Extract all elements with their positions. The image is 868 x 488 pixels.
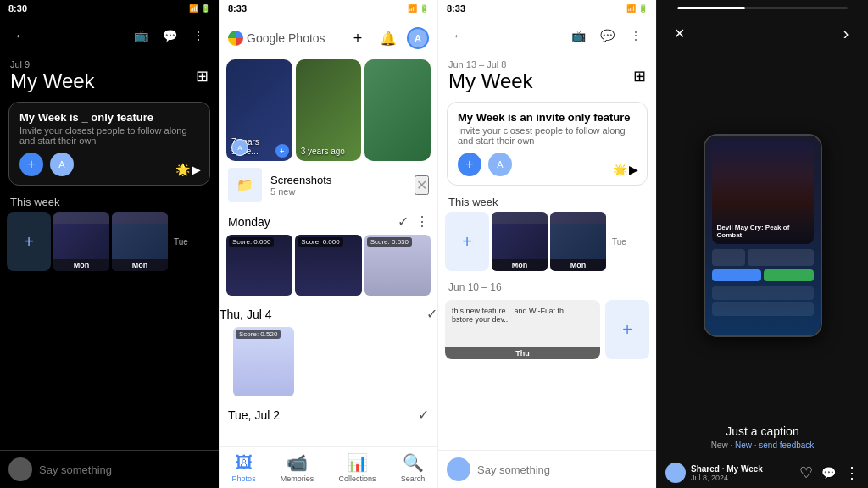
nav-collections[interactable]: 📊 Collections — [339, 452, 376, 483]
user-avatar-gp[interactable]: A — [407, 27, 429, 49]
add-people-button-1[interactable]: + — [19, 152, 43, 176]
cast-button-1[interactable]: 📺 — [129, 24, 153, 47]
feature-block: this new feature... and Wi-Fi at th... b… — [438, 300, 656, 359]
memory-plus-1[interactable]: + — [275, 144, 289, 158]
gp-logo: Google Photos — [228, 30, 326, 46]
add-feature-button[interactable]: + — [605, 300, 649, 359]
photo-thumb-1a[interactable]: Mon — [53, 212, 109, 271]
wifi-icon-1: 📶 — [189, 4, 198, 13]
day-label-tue-3: Tue — [609, 237, 630, 247]
shared-bar: Shared · My Week Jul 8, 2024 ♡ 💬 ⋮ — [657, 457, 868, 488]
thursday-section-header: Thu, Jul 4 ✓ — [220, 301, 437, 327]
bell-button-gp[interactable]: 🔔 — [376, 26, 400, 50]
nav-photos[interactable]: 🖼 Photos — [232, 453, 256, 483]
panel-dark-overlay: ✕ › Devil May Cry: Peak of Combat — [656, 0, 868, 488]
photo-label-3a: Mon — [492, 259, 548, 271]
week-range-2: Jun 10 – 16 — [438, 278, 656, 297]
feature-card[interactable]: this new feature... and Wi-Fi at th... b… — [445, 300, 600, 359]
phone-screen: Devil May Cry: Peak of Combat — [705, 136, 821, 336]
add-people-button-3[interactable]: + — [458, 152, 481, 176]
notif-close-button[interactable]: ✕ — [415, 175, 429, 195]
more-icon-overlay[interactable]: ⋮ — [844, 463, 860, 482]
invite-title-1: My Week is _ only feature — [19, 111, 199, 124]
memories-banner: 7 years since... A + 3 years ago — [220, 59, 437, 161]
score-grid: Score: 0.000 Score: 0.000 Score: 0.530 — [220, 235, 437, 296]
chat-button-1[interactable]: 💬 — [158, 24, 181, 47]
photo-thumb-3a[interactable]: Mon — [492, 212, 548, 271]
chat-input-3[interactable]: Say something — [477, 463, 648, 476]
nav-search[interactable]: 🔍 Search — [401, 452, 426, 483]
gp-logo-icon — [228, 30, 243, 46]
heart-icon[interactable]: ♡ — [799, 463, 813, 482]
phone-btn-row — [712, 269, 814, 281]
memory-card-3[interactable] — [364, 59, 431, 161]
add-button-gp[interactable]: + — [346, 26, 370, 50]
chat-button-3[interactable]: 💬 — [595, 24, 619, 47]
gp-logo-text: Google Photos — [247, 31, 326, 45]
nav-memories[interactable]: 📹 Memories — [281, 452, 314, 483]
comment-icon[interactable]: 💬 — [821, 466, 836, 480]
panel-myweek-light: 8:33 📶 🔋 ← 📺 💬 ⋮ Jun 13 – Jul 8 My Week … — [437, 0, 656, 488]
monday-actions: ✓ ⋮ — [398, 214, 429, 230]
phone-frame: Devil May Cry: Peak of Combat — [704, 134, 822, 337]
back-button-1[interactable]: ← — [8, 24, 32, 47]
invite-avatar-1: A — [50, 152, 74, 176]
battery-icon-2: 🔋 — [420, 4, 429, 13]
progress-fill — [677, 7, 745, 9]
thursday-photo[interactable]: Score: 0.520 — [226, 327, 437, 396]
score-card-3[interactable]: Score: 0.530 — [364, 235, 431, 296]
shared-label: Shared · My Week — [691, 464, 794, 474]
status-bar-1: 8:30 📶 🔋 — [0, 0, 219, 17]
game-title: Devil May Cry: Peak of Combat — [717, 224, 809, 239]
invite-card-1: My Week is _ only feature Invite your cl… — [8, 102, 210, 186]
progress-area — [657, 0, 868, 13]
shared-avatar — [665, 463, 686, 483]
time-2: 8:33 — [228, 3, 247, 14]
grid-icon-1[interactable]: ⊞ — [196, 67, 209, 86]
memory-card-1[interactable]: 7 years since... A + — [226, 59, 292, 161]
add-day-button-1[interactable]: + — [7, 212, 51, 271]
bottom-nav: 🖼 Photos 📹 Memories 📊 Collections 🔍 Sear… — [220, 446, 437, 488]
add-day-button-3[interactable]: + — [445, 212, 489, 271]
score-card-2[interactable]: Score: 0.000 — [295, 235, 361, 296]
caption-area: Just a caption New · New · send feedback — [657, 418, 868, 457]
back-button-3[interactable]: ← — [447, 24, 470, 47]
feedback-link[interactable]: New · send feedback — [735, 441, 814, 450]
phone-game-image: Devil May Cry: Peak of Combat — [712, 142, 814, 244]
invite-actions-1: + A — [19, 152, 199, 176]
thu-card[interactable]: Score: 0.520 — [233, 327, 294, 396]
thursday-check-icon[interactable]: ✓ — [426, 306, 437, 322]
time-1: 8:30 — [8, 3, 27, 14]
grid-icon-3[interactable]: ⊞ — [633, 67, 646, 86]
memory-card-2[interactable]: 3 years ago — [296, 59, 362, 161]
close-button-overlay[interactable]: ✕ — [667, 21, 691, 45]
phone-list-items — [712, 286, 814, 319]
monday-check-icon[interactable]: ✓ — [398, 214, 409, 230]
photo-thumb-3b[interactable]: Mon — [550, 212, 606, 271]
score-label-1: Score: 0.000 — [229, 237, 274, 247]
memories-icon: 📹 — [287, 452, 308, 473]
panel-myweek-dark: 8:30 📶 🔋 ← 📺 💬 ⋮ Jul 9 My Week ⊞ My Week… — [0, 0, 219, 488]
myweek-section-3: Jun 13 – Jul 8 My Week ⊞ — [438, 54, 656, 97]
feedback-new: New · — [711, 441, 735, 450]
score-card-1[interactable]: Score: 0.000 — [226, 235, 292, 296]
score-label-2: Score: 0.000 — [298, 237, 342, 247]
battery-icon-3: 🔋 — [638, 4, 648, 13]
top-bar-3: ← 📺 💬 ⋮ — [438, 17, 656, 54]
memory-label-2: 3 years ago — [301, 147, 345, 156]
tuesday-check-icon[interactable]: ✓ — [418, 407, 429, 423]
score-label-3: Score: 0.530 — [367, 237, 412, 247]
chat-input-1[interactable]: Say something — [39, 463, 210, 476]
photo-thumb-1b[interactable]: Mon — [112, 212, 168, 271]
more-button-3[interactable]: ⋮ — [624, 24, 648, 47]
phone-ui-row-1 — [712, 249, 814, 266]
invite-subtitle-3: Invite your closest people to follow alo… — [458, 125, 637, 146]
next-button-overlay[interactable]: › — [834, 21, 858, 45]
day-label-tue-1: Tue — [170, 237, 192, 247]
phone-mockup: Devil May Cry: Peak of Combat — [657, 53, 868, 418]
tuesday-section-header: Tue, Jul 2 ✓ — [220, 402, 437, 428]
monday-more-icon[interactable]: ⋮ — [415, 214, 429, 230]
more-button-1[interactable]: ⋮ — [186, 24, 210, 47]
status-bar-2: 8:33 📶 🔋 — [220, 0, 437, 17]
cast-button-3[interactable]: 📺 — [566, 24, 590, 47]
